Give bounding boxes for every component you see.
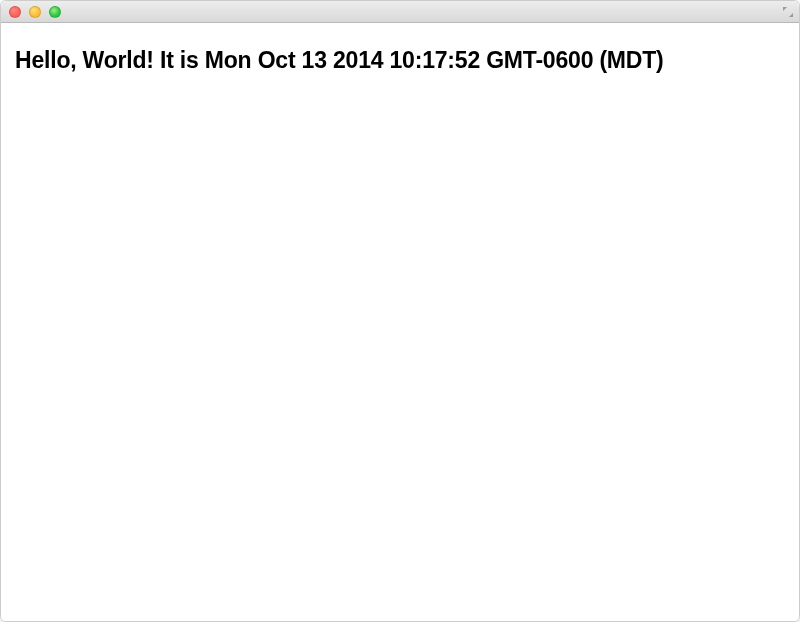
minimize-button[interactable]: [29, 6, 41, 18]
window-content: Hello, World! It is Mon Oct 13 2014 10:1…: [1, 23, 799, 622]
page-heading: Hello, World! It is Mon Oct 13 2014 10:1…: [15, 47, 785, 74]
window-title-bar: [1, 1, 799, 23]
close-button[interactable]: [9, 6, 21, 18]
resize-icon[interactable]: [781, 5, 795, 19]
zoom-button[interactable]: [49, 6, 61, 18]
traffic-lights: [9, 6, 61, 18]
